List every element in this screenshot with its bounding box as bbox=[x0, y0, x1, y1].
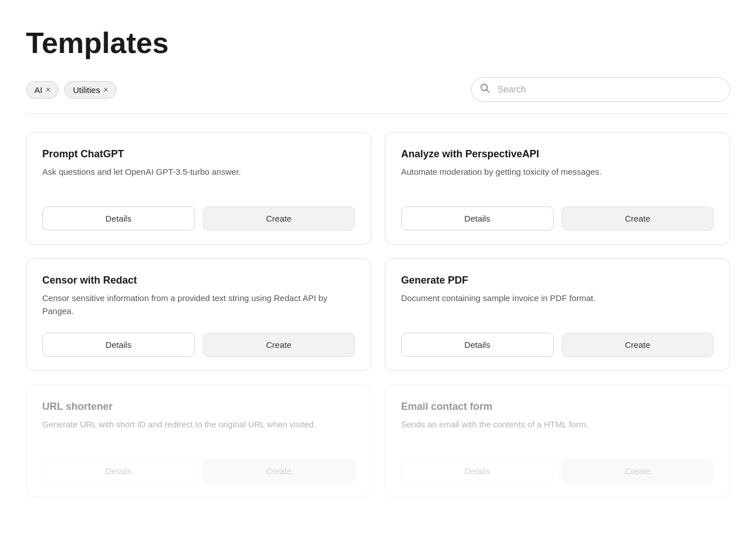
card-generate-pdf: Generate PDF Document containing sample … bbox=[385, 258, 730, 371]
card-title-prompt-chatgpt: Prompt ChatGPT bbox=[42, 148, 355, 160]
filter-tag-ai[interactable]: AI × bbox=[26, 81, 59, 99]
card-title-email-contact-form: Email contact form bbox=[401, 401, 714, 413]
card-desc-analyze-perspectiveapi: Automate moderation by getting toxicity … bbox=[401, 166, 714, 193]
card-title-analyze-perspectiveapi: Analyze with PerspectiveAPI bbox=[401, 148, 714, 160]
filter-tag-close-ai[interactable]: × bbox=[46, 85, 50, 94]
card-desc-url-shortener: Generate URL with short ID and redirect … bbox=[42, 418, 355, 445]
details-button-email-contact-form[interactable]: Details bbox=[401, 459, 554, 483]
card-url-shortener: URL shortener Generate URL with short ID… bbox=[26, 384, 371, 497]
filter-tag-label-utilities: Utilities bbox=[73, 85, 100, 95]
card-desc-generate-pdf: Document containing sample invoice in PD… bbox=[401, 292, 714, 319]
card-actions-url-shortener: Details Create bbox=[42, 459, 355, 483]
card-title-censor-redact: Censor with Redact bbox=[42, 275, 355, 286]
card-email-contact-form: Email contact form Sends an email with t… bbox=[385, 384, 730, 497]
filter-tags: AI × Utilities × bbox=[26, 81, 117, 99]
card-actions-email-contact-form: Details Create bbox=[401, 459, 714, 483]
card-actions-generate-pdf: Details Create bbox=[401, 333, 714, 357]
search-container bbox=[471, 77, 730, 102]
search-input[interactable] bbox=[471, 77, 730, 102]
details-button-url-shortener[interactable]: Details bbox=[42, 459, 195, 483]
filter-tag-utilities[interactable]: Utilities × bbox=[64, 81, 117, 99]
card-title-generate-pdf: Generate PDF bbox=[401, 275, 714, 286]
details-button-analyze-perspectiveapi[interactable]: Details bbox=[401, 206, 554, 231]
card-actions-prompt-chatgpt: Details Create bbox=[42, 206, 355, 231]
card-analyze-perspectiveapi: Analyze with PerspectiveAPI Automate mod… bbox=[385, 132, 730, 245]
filter-search-row: AI × Utilities × bbox=[26, 77, 730, 114]
create-button-url-shortener[interactable]: Create bbox=[203, 459, 355, 483]
card-desc-prompt-chatgpt: Ask questions and let OpenAI GPT-3.5-tur… bbox=[42, 166, 355, 193]
page-container: Templates AI × Utilities × Prompt ChatGP… bbox=[0, 0, 756, 497]
card-actions-analyze-perspectiveapi: Details Create bbox=[401, 206, 714, 231]
create-button-censor-redact[interactable]: Create bbox=[203, 333, 355, 357]
filter-tag-close-utilities[interactable]: × bbox=[104, 85, 108, 94]
create-button-email-contact-form[interactable]: Create bbox=[562, 459, 714, 483]
filter-tag-label-ai: AI bbox=[34, 85, 42, 95]
card-desc-email-contact-form: Sends an email with the contents of a HT… bbox=[401, 418, 714, 445]
details-button-generate-pdf[interactable]: Details bbox=[401, 333, 554, 357]
card-desc-censor-redact: Censor sensitive information from a prov… bbox=[42, 292, 355, 319]
create-button-analyze-perspectiveapi[interactable]: Create bbox=[562, 206, 714, 231]
create-button-generate-pdf[interactable]: Create bbox=[562, 333, 714, 357]
card-actions-censor-redact: Details Create bbox=[42, 333, 355, 357]
card-censor-redact: Censor with Redact Censor sensitive info… bbox=[26, 258, 371, 371]
page-title: Templates bbox=[26, 27, 730, 59]
details-button-censor-redact[interactable]: Details bbox=[42, 333, 195, 357]
card-prompt-chatgpt: Prompt ChatGPT Ask questions and let Ope… bbox=[26, 132, 371, 245]
card-title-url-shortener: URL shortener bbox=[42, 401, 355, 413]
create-button-prompt-chatgpt[interactable]: Create bbox=[203, 206, 355, 231]
details-button-prompt-chatgpt[interactable]: Details bbox=[42, 206, 195, 231]
cards-grid: Prompt ChatGPT Ask questions and let Ope… bbox=[26, 114, 730, 497]
